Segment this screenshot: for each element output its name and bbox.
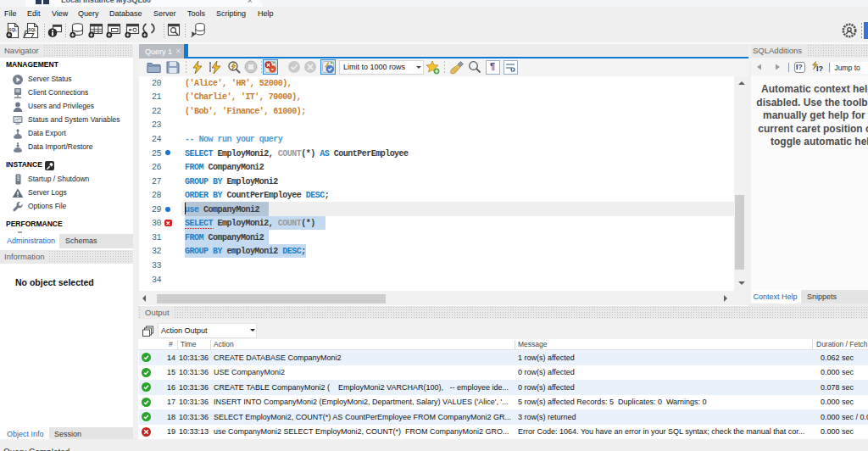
- svg-text:SQL: SQL: [28, 28, 36, 32]
- svg-text:I?: I?: [816, 64, 823, 73]
- svg-text:SQL: SQL: [8, 28, 17, 32]
